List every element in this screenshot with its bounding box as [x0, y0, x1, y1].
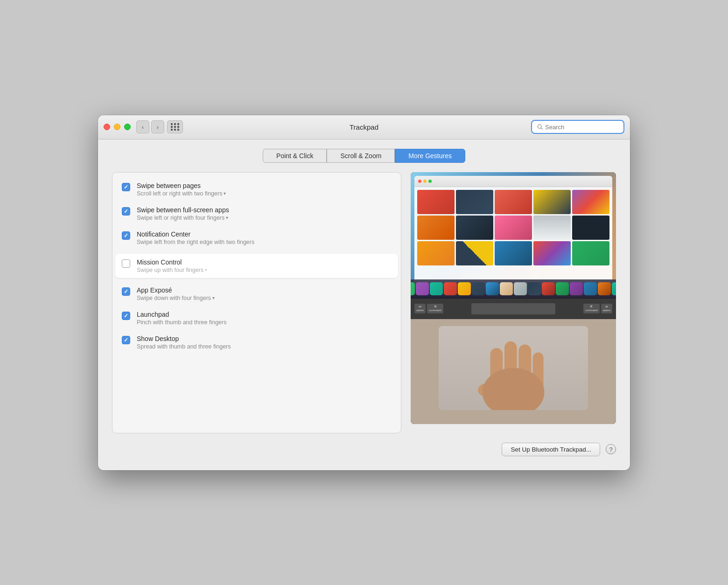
dock-icon-5: [430, 282, 443, 295]
keyboard-right-group: ⌘command altoption: [583, 304, 612, 313]
dock-icon-13: [542, 282, 555, 295]
window-title: Trackpad: [350, 123, 378, 131]
setting-launchpad: Launchpad Pinch with thumb and three fin…: [122, 311, 392, 326]
app-tile-1: [417, 190, 455, 214]
dock-icon-3: [411, 282, 415, 295]
traffic-lights: [104, 124, 131, 130]
app-grid-overlay: [414, 176, 612, 294]
grid-dots-icon: [171, 123, 180, 131]
grid-view-button[interactable]: [167, 120, 183, 133]
app-tile-14: [533, 241, 571, 265]
bottom-bar: Set Up Bluetooth Trackpad... ?: [112, 443, 616, 456]
dock-icon-15: [570, 282, 583, 295]
app-tile-12: [456, 241, 493, 265]
setting-title-mission-control: Mission Control: [137, 258, 392, 266]
dock-icon-14: [556, 282, 569, 295]
close-button[interactable]: [104, 124, 110, 130]
dock-icon-12: [528, 282, 541, 295]
app-tile-4: [533, 190, 571, 214]
spacebar-key: [471, 303, 555, 314]
search-input[interactable]: [545, 124, 619, 131]
trackpad-surface: [439, 326, 588, 410]
app-tile-5: [572, 190, 609, 214]
app-grid-header: [414, 176, 612, 187]
overlay-close-dot: [418, 180, 421, 183]
setting-title-notification-center: Notification Center: [137, 230, 392, 238]
setting-text-mission-control: Mission Control Swipe up with four finge…: [137, 258, 392, 273]
minimize-button[interactable]: [114, 124, 120, 130]
alt-key-right: altoption: [601, 304, 612, 313]
preview-keyboard: altoption ⌘command ⌘command altoption: [411, 299, 616, 319]
preview-dock: [411, 279, 616, 298]
preview-trackpad: [411, 319, 616, 424]
content-area: Point & Click Scroll & Zoom More Gesture…: [98, 139, 630, 470]
main-area: Swipe between pages Scroll left or right…: [112, 172, 616, 433]
dock-icon-4: [416, 282, 429, 295]
help-button[interactable]: ?: [606, 444, 616, 454]
dropdown-arrow-swipe-fullscreen[interactable]: ▾: [226, 215, 228, 220]
app-tiles-grid: [414, 187, 612, 268]
checkbox-mission-control[interactable]: [122, 259, 130, 268]
setting-text-launchpad: Launchpad Pinch with thumb and three fin…: [137, 311, 392, 326]
tab-scroll-zoom[interactable]: Scroll & Zoom: [327, 149, 395, 163]
setting-text-swipe-pages: Swipe between pages Scroll left or right…: [137, 182, 392, 197]
overlay-maximize-dot: [428, 180, 432, 183]
app-tile-11: [417, 241, 455, 265]
setting-mission-control: Mission Control Swipe up with four finge…: [115, 254, 398, 278]
bluetooth-trackpad-button[interactable]: Set Up Bluetooth Trackpad...: [502, 443, 600, 456]
dropdown-arrow-app-expose[interactable]: ▾: [212, 295, 215, 300]
app-tile-6: [417, 216, 455, 240]
setting-swipe-pages: Swipe between pages Scroll left or right…: [122, 182, 392, 197]
setting-title-swipe-pages: Swipe between pages: [137, 182, 392, 189]
preview-area: altoption ⌘command ⌘command altoption: [411, 172, 616, 433]
search-box[interactable]: [531, 120, 624, 134]
setting-subtitle-notification-center: Swipe left from the right edge with two …: [137, 239, 392, 245]
nav-buttons: ‹ ›: [136, 120, 164, 133]
app-tile-10: [572, 216, 609, 240]
settings-panel: Swipe between pages Scroll left or right…: [112, 172, 401, 433]
tab-point-click[interactable]: Point & Click: [263, 149, 327, 163]
setting-subtitle-app-expose: Swipe down with four fingers ▾: [137, 295, 392, 301]
dropdown-arrow-mission-control[interactable]: ▾: [205, 267, 207, 272]
setting-subtitle-swipe-fullscreen: Swipe left or right with four fingers ▾: [137, 215, 392, 221]
setting-subtitle-launchpad: Pinch with thumb and three fingers: [137, 319, 392, 326]
dock-icon-11: [514, 282, 527, 295]
tab-more-gestures[interactable]: More Gestures: [395, 149, 465, 163]
dock-icon-10: [500, 282, 513, 295]
app-tile-13: [495, 241, 532, 265]
dock-icon-17: [598, 282, 611, 295]
dock-icon-8: [472, 282, 485, 295]
keyboard-left-group: altoption ⌘command: [414, 304, 443, 313]
checkbox-swipe-pages[interactable]: [122, 183, 130, 191]
maximize-button[interactable]: [124, 124, 131, 130]
titlebar: ‹ › Trackpad: [98, 115, 630, 139]
checkbox-launchpad[interactable]: [122, 312, 130, 320]
setting-title-app-expose: App Exposé: [137, 286, 392, 294]
setting-notification-center: Notification Center Swipe left from the …: [122, 230, 392, 245]
dock-icon-9: [486, 282, 499, 295]
svg-line-1: [541, 128, 542, 129]
dock-icon-7: [458, 282, 471, 295]
checkbox-app-expose[interactable]: [122, 287, 130, 296]
checkbox-swipe-fullscreen[interactable]: [122, 207, 130, 216]
setting-subtitle-swipe-pages: Scroll left or right with two fingers ▾: [137, 190, 392, 197]
tabs-bar: Point & Click Scroll & Zoom More Gesture…: [112, 149, 616, 163]
preview-image: altoption ⌘command ⌘command altoption: [411, 172, 616, 424]
svg-point-0: [538, 125, 541, 128]
checkbox-show-desktop[interactable]: [122, 336, 130, 344]
dock-icon-6: [444, 282, 457, 295]
dropdown-arrow-swipe-pages[interactable]: ▾: [224, 191, 226, 196]
checkbox-notification-center[interactable]: [122, 231, 130, 240]
back-button[interactable]: ‹: [136, 120, 149, 133]
setting-text-notification-center: Notification Center Swipe left from the …: [137, 230, 392, 245]
app-tile-2: [456, 190, 493, 214]
command-key-left: ⌘command: [427, 304, 443, 313]
setting-app-expose: App Exposé Swipe down with four fingers …: [122, 286, 392, 301]
forward-button[interactable]: ›: [151, 120, 164, 133]
app-tile-3: [495, 190, 532, 214]
window: ‹ › Trackpad Point & Click Scroll & Zoom…: [98, 115, 630, 470]
app-tile-7: [456, 216, 493, 240]
alt-key-left: altoption: [414, 304, 426, 313]
setting-title-swipe-fullscreen: Swipe between full-screen apps: [137, 206, 392, 214]
search-icon: [537, 124, 543, 130]
